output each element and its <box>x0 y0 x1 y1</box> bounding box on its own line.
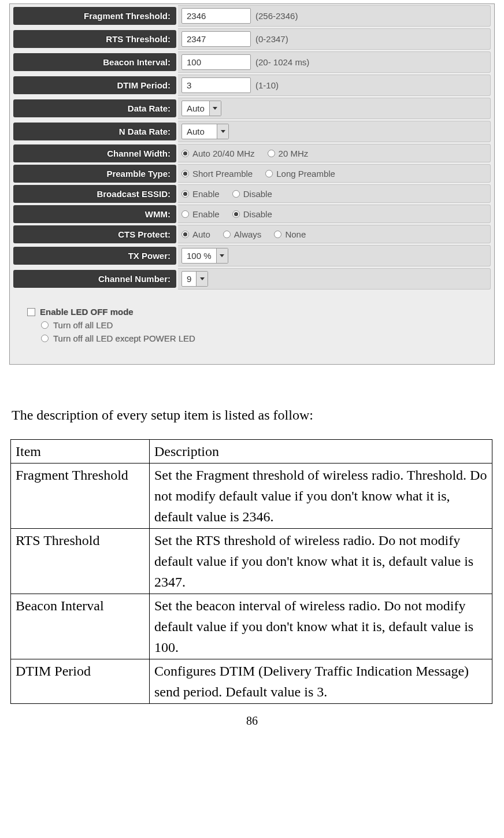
row-data-rate: Data Rate: Auto <box>13 98 491 119</box>
table-cell-desc: Set the beacon interval of wireless radi… <box>150 594 492 659</box>
label-beacon-interval: Beacon Interval: <box>13 53 176 71</box>
led-off-label: Enable LED OFF mode <box>40 307 134 317</box>
radio-icon <box>41 335 49 342</box>
table-row: Beacon Interval Set the beacon interval … <box>11 594 492 659</box>
row-fragment-threshold: Fragment Threshold: 2346 (256-2346) <box>13 5 491 27</box>
label-cts-protect: CTS Protect: <box>13 225 176 243</box>
table-row: DTIM Period Configures DTIM (Delivery Tr… <box>11 659 492 703</box>
radio-led-off-all[interactable]: Turn off all LED <box>41 320 490 330</box>
table-header-item: Item <box>11 439 150 463</box>
val-data-rate: Auto <box>178 98 491 119</box>
hint-rts-threshold: (0-2347) <box>255 34 288 44</box>
hint-dtim-period: (1-10) <box>255 80 279 90</box>
val-wmm: Enable Disable <box>178 205 491 223</box>
label-fragment-threshold: Fragment Threshold: <box>13 7 176 25</box>
input-dtim-period[interactable]: 3 <box>181 77 251 93</box>
chevron-down-icon <box>216 249 228 263</box>
val-broadcast-essid: Enable Disable <box>178 184 491 203</box>
select-tx-power[interactable]: 100 % <box>181 248 228 264</box>
select-n-data-rate-value: Auto <box>182 124 217 139</box>
label-channel-number: Channel Number: <box>13 270 176 288</box>
hint-fragment-threshold: (256-2346) <box>255 11 298 21</box>
label-n-data-rate: N Data Rate: <box>13 123 176 140</box>
table-cell-item: DTIM Period <box>11 659 150 703</box>
page-number: 86 <box>0 714 504 728</box>
radio-essid-disable[interactable]: Disable <box>232 189 272 199</box>
val-channel-number: 9 <box>178 268 491 290</box>
table-row: Fragment Threshold Set the Fragment thre… <box>11 463 492 528</box>
val-beacon-interval: 100 (20- 1024 ms) <box>178 51 491 73</box>
description-table: Item Description Fragment Threshold Set … <box>10 439 492 704</box>
table-header-desc: Description <box>150 439 492 463</box>
label-preamble-type: Preamble Type: <box>13 165 176 183</box>
radio-essid-enable[interactable]: Enable <box>181 189 220 199</box>
row-beacon-interval: Beacon Interval: 100 (20- 1024 ms) <box>13 51 491 73</box>
row-channel-number: Channel Number: 9 <box>13 268 491 290</box>
table-cell-desc: Set the Fragment threshold of wireless r… <box>150 463 492 528</box>
row-n-data-rate: N Data Rate: Auto <box>13 121 491 142</box>
radio-channel-width-20[interactable]: 20 MHz <box>268 149 309 158</box>
chevron-down-icon <box>217 124 228 139</box>
radio-preamble-short[interactable]: Short Preamble <box>181 169 253 179</box>
row-wmm: WMM: Enable Disable <box>13 205 491 223</box>
row-broadcast-essid: Broadcast ESSID: Enable Disable <box>13 184 491 203</box>
row-cts-protect: CTS Protect: Auto Always None <box>13 225 491 243</box>
label-data-rate: Data Rate: <box>13 99 176 117</box>
hint-beacon-interval: (20- 1024 ms) <box>255 57 309 67</box>
table-row: RTS Threshold Set the RTS threshold of w… <box>11 528 492 594</box>
table-cell-item: Fragment Threshold <box>11 463 150 528</box>
row-rts-threshold: RTS Threshold: 2347 (0-2347) <box>13 28 491 50</box>
radio-cts-none[interactable]: None <box>274 229 306 239</box>
radio-cts-auto[interactable]: Auto <box>181 229 210 239</box>
val-preamble-type: Short Preamble Long Preamble <box>178 164 491 183</box>
checkbox-enable-led-off[interactable]: Enable LED OFF mode <box>27 307 490 317</box>
val-dtim-period: 3 (1-10) <box>178 75 491 96</box>
val-rts-threshold: 2347 (0-2347) <box>178 28 491 50</box>
led-off-mode-block: Enable LED OFF mode Turn off all LED Tur… <box>27 307 490 343</box>
label-broadcast-essid: Broadcast ESSID: <box>13 185 176 203</box>
radio-channel-width-auto[interactable]: Auto 20/40 MHz <box>181 149 255 158</box>
label-channel-width: Channel Width: <box>13 144 176 162</box>
input-rts-threshold[interactable]: 2347 <box>181 31 251 47</box>
radio-wmm-enable[interactable]: Enable <box>181 209 220 219</box>
chevron-down-icon <box>196 272 207 286</box>
checkbox-icon <box>27 308 35 316</box>
select-n-data-rate[interactable]: Auto <box>181 124 229 139</box>
row-dtim-period: DTIM Period: 3 (1-10) <box>13 75 491 96</box>
val-tx-power: 100 % <box>178 245 491 266</box>
label-wmm: WMM: <box>13 205 176 223</box>
label-tx-power: TX Power: <box>13 247 176 265</box>
led-off-except-power-label: Turn off all LED except POWER LED <box>53 333 195 343</box>
radio-preamble-long[interactable]: Long Preamble <box>265 169 335 179</box>
radio-wmm-disable[interactable]: Disable <box>232 209 272 219</box>
intro-paragraph: The description of every setup item is l… <box>12 405 492 425</box>
wireless-settings-screenshot: Fragment Threshold: 2346 (256-2346) RTS … <box>9 3 495 365</box>
led-off-all-label: Turn off all LED <box>53 320 113 330</box>
select-channel-number[interactable]: 9 <box>181 271 208 287</box>
input-fragment-threshold[interactable]: 2346 <box>181 8 251 24</box>
input-beacon-interval[interactable]: 100 <box>181 54 251 70</box>
label-dtim-period: DTIM Period: <box>13 76 176 94</box>
val-fragment-threshold: 2346 (256-2346) <box>178 5 491 27</box>
table-cell-item: Beacon Interval <box>11 594 150 659</box>
val-n-data-rate: Auto <box>178 121 491 142</box>
table-cell-desc: Configures DTIM (Delivery Traffic Indica… <box>150 659 492 703</box>
radio-led-off-except-power[interactable]: Turn off all LED except POWER LED <box>41 333 490 343</box>
chevron-down-icon <box>209 101 221 116</box>
row-channel-width: Channel Width: Auto 20/40 MHz 20 MHz <box>13 144 491 162</box>
val-channel-width: Auto 20/40 MHz 20 MHz <box>178 144 491 162</box>
table-cell-desc: Set the RTS threshold of wireless radio.… <box>150 528 492 594</box>
table-row: Item Description <box>11 439 492 463</box>
select-channel-number-value: 9 <box>182 272 196 286</box>
row-tx-power: TX Power: 100 % <box>13 245 491 266</box>
radio-cts-always[interactable]: Always <box>223 229 262 239</box>
label-rts-threshold: RTS Threshold: <box>13 30 176 48</box>
val-cts-protect: Auto Always None <box>178 225 491 243</box>
select-data-rate[interactable]: Auto <box>181 101 221 116</box>
row-preamble-type: Preamble Type: Short Preamble Long Pream… <box>13 164 491 183</box>
table-cell-item: RTS Threshold <box>11 528 150 594</box>
select-tx-power-value: 100 % <box>182 249 216 263</box>
select-data-rate-value: Auto <box>182 101 209 116</box>
radio-icon <box>41 321 49 329</box>
